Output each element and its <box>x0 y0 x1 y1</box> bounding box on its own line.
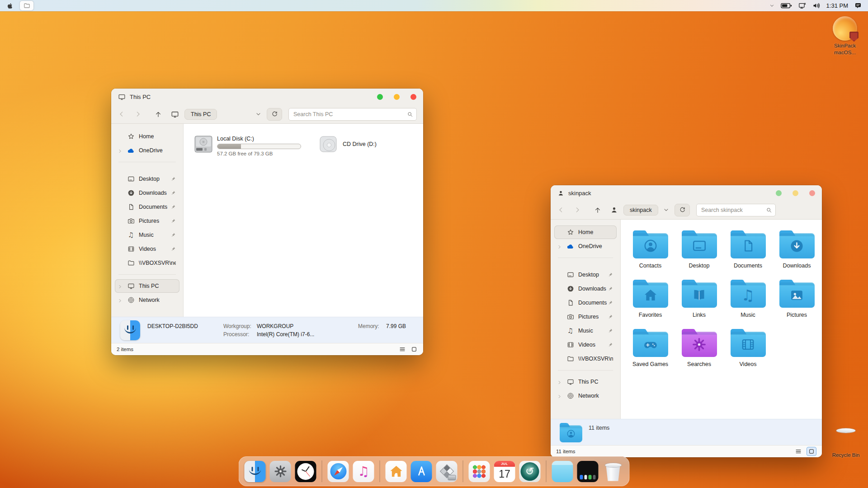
address-bar[interactable]: This PC <box>171 109 267 120</box>
sidebar-item-onedrive[interactable]: OneDrive <box>554 239 617 253</box>
dock-safari[interactable] <box>328 461 349 482</box>
sidebar-item-onedrive[interactable]: OneDrive <box>115 144 179 157</box>
desktop-icon-recycle-bin[interactable]: Recycle Bin <box>830 428 862 459</box>
sidebar-item-network[interactable]: Network <box>554 389 617 403</box>
search-box <box>696 204 776 216</box>
gear-icon <box>274 465 287 478</box>
chevron-right-icon[interactable] <box>118 297 125 303</box>
folder-contacts[interactable]: Contacts <box>626 230 675 269</box>
icons-view-button[interactable] <box>410 346 418 353</box>
dock-trash[interactable] <box>603 461 624 482</box>
desktop: 1:31 PM SkinPackmacOS... Recycle Bin Thi… <box>0 0 868 488</box>
drive-cd-d[interactable]: CD Drive (D:) <box>319 136 377 153</box>
sidebar-item-home[interactable]: Home <box>115 130 179 143</box>
chevron-right-icon[interactable] <box>118 283 125 289</box>
clock-time[interactable]: 1:31 PM <box>826 2 848 9</box>
sidebar-item-this-pc[interactable]: This PC <box>554 375 617 389</box>
sidebar-item-home[interactable]: Home <box>554 225 617 239</box>
sidebar-item-network-share[interactable]: \\VBOXSVR\new <box>554 352 617 366</box>
dock-home-app[interactable] <box>386 461 407 482</box>
chevron-right-icon[interactable] <box>118 147 125 154</box>
folder-saved-games[interactable]: Saved Games <box>626 328 675 367</box>
titlebar[interactable]: skinpack <box>551 185 822 201</box>
sidebar-item-desktop[interactable]: Desktop <box>554 268 617 282</box>
back-button[interactable] <box>118 110 125 118</box>
breadcrumb[interactable]: skinpack <box>623 205 658 216</box>
details-view-button[interactable] <box>795 448 802 455</box>
dock-calendar[interactable]: JUL17 <box>494 461 515 482</box>
sidebar-item-videos[interactable]: Videos <box>115 242 179 256</box>
sidebar-item-music[interactable]: ♫Music <box>115 228 179 242</box>
close-button[interactable] <box>809 190 815 196</box>
battery-icon[interactable] <box>781 3 792 9</box>
minimize-button[interactable] <box>776 190 782 196</box>
up-button[interactable] <box>155 111 162 118</box>
maximize-button[interactable] <box>793 190 798 196</box>
folder-downloads[interactable]: Downloads <box>773 230 821 269</box>
sidebar-item-downloads[interactable]: Downloads <box>115 186 179 200</box>
maximize-button[interactable] <box>394 94 400 100</box>
folder-favorites[interactable]: Favorites <box>626 279 675 318</box>
desktop-icon-skinpack-installer[interactable]: SkinPackmacOS... <box>829 16 861 56</box>
close-button[interactable] <box>410 94 416 100</box>
dock-time-machine[interactable]: ↺ <box>519 461 541 482</box>
back-button[interactable] <box>557 206 565 214</box>
sidebar-item-network[interactable]: Network <box>115 293 179 307</box>
dock-app-store[interactable] <box>411 461 432 482</box>
display-network-icon[interactable] <box>798 2 806 9</box>
sidebar-item-documents[interactable]: Documents <box>115 200 179 214</box>
address-dropdown-chevron-icon[interactable] <box>255 111 261 117</box>
forward-button[interactable] <box>134 110 142 118</box>
address-bar[interactable]: skinpack <box>610 205 675 216</box>
dock-disk-utility[interactable] <box>436 461 458 482</box>
active-app-explorer-icon[interactable] <box>20 1 33 10</box>
dock-music[interactable]: ♫ <box>353 461 374 482</box>
chevron-right-icon[interactable] <box>557 393 564 399</box>
titlebar[interactable]: This PC <box>111 89 423 105</box>
folder-desktop[interactable]: Desktop <box>675 230 723 269</box>
apple-menu-icon[interactable] <box>6 2 14 9</box>
sidebar-item-desktop[interactable]: Desktop <box>115 172 179 186</box>
volume-icon[interactable] <box>812 2 820 9</box>
dock-stickies[interactable] <box>552 461 573 482</box>
chevron-right-icon[interactable] <box>557 379 564 385</box>
sidebar-item-this-pc[interactable]: This PC <box>115 279 179 293</box>
sidebar-item-videos[interactable]: Videos <box>554 338 617 352</box>
folder-videos[interactable]: Videos <box>724 328 772 367</box>
search-input[interactable] <box>288 108 417 121</box>
dock-system-settings[interactable] <box>270 461 291 482</box>
folder-searches[interactable]: Searches <box>675 328 723 367</box>
sidebar-item-pictures[interactable]: Pictures <box>554 310 617 324</box>
sidebar-item-network-share[interactable]: \\VBOXSVR\new <box>115 256 179 270</box>
star-icon <box>566 229 574 236</box>
dock-launchpad[interactable] <box>469 461 490 482</box>
drive-local-disk-c[interactable]: Local Disk (C:) 57.2 GB free of 79.3 GB <box>194 136 301 156</box>
address-dropdown-chevron-icon[interactable] <box>663 207 669 213</box>
forward-button[interactable] <box>574 206 581 214</box>
chevron-right-icon[interactable] <box>557 243 564 249</box>
breadcrumb[interactable]: This PC <box>184 109 217 120</box>
dock-clock[interactable] <box>295 461 316 482</box>
folder-pictures[interactable]: Pictures <box>773 279 821 318</box>
details-view-button[interactable] <box>399 346 406 353</box>
finder-computer-icon <box>120 320 140 340</box>
dock-finder[interactable] <box>245 461 266 482</box>
sidebar-item-downloads[interactable]: Downloads <box>554 282 617 296</box>
folder-links[interactable]: Links <box>675 279 723 318</box>
dock-color-panel[interactable] <box>577 461 599 482</box>
refresh-button[interactable] <box>267 108 282 121</box>
folder-music[interactable]: ♫Music <box>724 279 772 318</box>
refresh-button[interactable] <box>675 204 690 216</box>
item-count: 11 items <box>556 449 576 454</box>
folder-documents[interactable]: Documents <box>724 230 772 269</box>
search-input[interactable] <box>696 204 776 216</box>
calendar-month: JUL <box>494 461 515 467</box>
notification-center-icon[interactable] <box>854 2 862 9</box>
icons-view-button-selected[interactable] <box>807 447 816 456</box>
sidebar-item-pictures[interactable]: Pictures <box>115 214 179 228</box>
tray-expand-chevron-icon[interactable] <box>769 3 774 8</box>
up-button[interactable] <box>594 206 601 214</box>
sidebar-item-music[interactable]: ♫Music <box>554 324 617 338</box>
minimize-button[interactable] <box>377 94 383 100</box>
sidebar-item-documents[interactable]: Documents <box>554 296 617 310</box>
